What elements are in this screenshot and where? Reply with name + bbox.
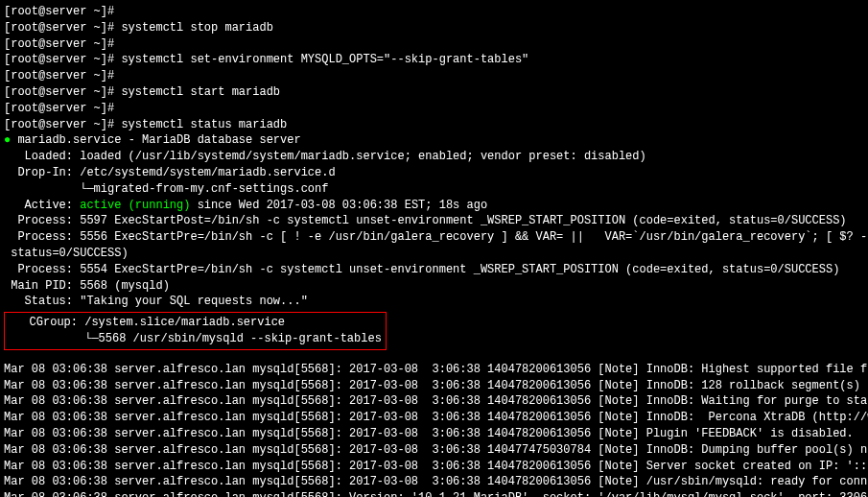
command-text: systemctl set-environment MYSQLD_OPTS="-… xyxy=(121,53,528,66)
loaded-line: Loaded: loaded (/usr/lib/systemd/system/… xyxy=(4,149,864,165)
process-line: Process: 5554 ExecStartPre=/bin/sh -c sy… xyxy=(4,262,864,278)
command-text: systemctl stop mariadb xyxy=(121,21,272,35)
service-name: mariadb.service - MariaDB database serve… xyxy=(17,133,300,147)
process-line: Process: 5597 ExecStartPost=/bin/sh -c s… xyxy=(4,213,864,229)
prompt-line: [root@server ~]# xyxy=(4,53,121,66)
log-line: Mar 08 03:06:38 server.alfresco.lan mysq… xyxy=(4,490,864,497)
process-line: Process: 5556 ExecStartPre=/bin/sh -c [ … xyxy=(4,229,864,246)
log-section: Mar 08 03:06:38 server.alfresco.lan mysq… xyxy=(4,362,864,497)
active-since: since Wed 2017-03-08 03:06:38 EST; 18s a… xyxy=(190,199,487,212)
process-line: status=0/SUCCESS) xyxy=(4,246,864,262)
active-status: active (running) xyxy=(80,199,190,212)
status-text: Status: "Taking your SQL requests now...… xyxy=(4,294,864,310)
prompt-line: [root@server ~]# xyxy=(4,21,121,35)
prompt-line: [root@server ~]# xyxy=(4,102,121,115)
prompt-line: [root@server ~]# xyxy=(4,118,121,131)
dropin-line: Drop-In: /etc/systemd/system/mariadb.ser… xyxy=(4,165,864,181)
prompt-line: [root@server ~]# xyxy=(4,37,121,51)
cgroup-process: └─5568 /usr/sbin/mysqld --skip-grant-tab… xyxy=(9,331,382,347)
bullet-icon: ● xyxy=(4,133,17,147)
terminal-output: [root@server ~]# [root@server ~]# system… xyxy=(4,4,864,497)
prompt-line: [root@server ~]# xyxy=(4,85,121,99)
log-line: Mar 08 03:06:38 server.alfresco.lan mysq… xyxy=(4,410,864,426)
mainpid-line: Main PID: 5568 (mysqld) xyxy=(4,278,864,295)
log-line: Mar 08 03:06:38 server.alfresco.lan mysq… xyxy=(4,393,864,410)
command-text: systemctl status mariadb xyxy=(121,118,287,131)
prompt-line: [root@server ~]# xyxy=(4,69,121,83)
cgroup-highlight: CGroup: /system.slice/mariadb.service └─… xyxy=(4,312,387,350)
active-label: Active: xyxy=(4,199,80,212)
log-line: Mar 08 03:06:38 server.alfresco.lan mysq… xyxy=(4,426,864,442)
prompt-line: [root@server ~]# xyxy=(4,5,121,18)
log-line: Mar 08 03:06:38 server.alfresco.lan mysq… xyxy=(4,378,864,394)
log-line: Mar 08 03:06:38 server.alfresco.lan mysq… xyxy=(4,474,864,490)
log-line: Mar 08 03:06:38 server.alfresco.lan mysq… xyxy=(4,459,864,475)
log-line: Mar 08 03:06:38 server.alfresco.lan mysq… xyxy=(4,362,864,378)
cgroup-line: CGroup: /system.slice/mariadb.service xyxy=(9,315,382,331)
log-line: Mar 08 03:06:38 server.alfresco.lan mysq… xyxy=(4,442,864,459)
dropin-file: └─migrated-from-my.cnf-settings.conf xyxy=(4,181,864,198)
command-text: systemctl start mariadb xyxy=(121,85,280,99)
